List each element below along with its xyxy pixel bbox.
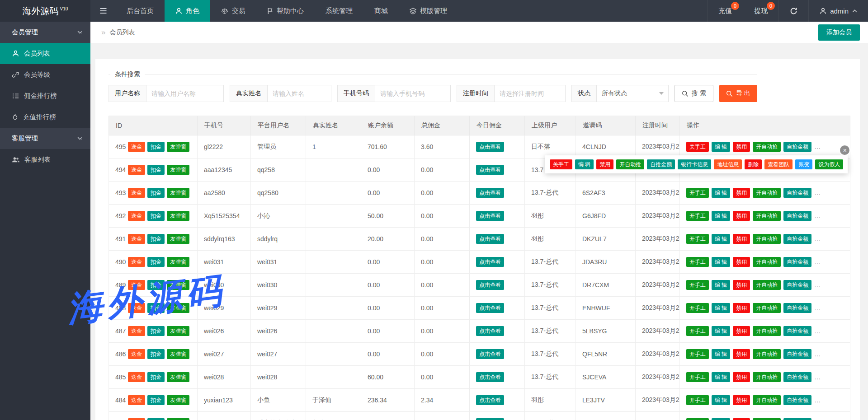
auto-grab-button[interactable]: 开自动抢 <box>753 280 781 290</box>
toggle-manual-button[interactable]: 开手工 <box>686 303 709 313</box>
withdraw-button[interactable]: 提现 0 <box>743 0 778 22</box>
toggle-manual-button[interactable]: 开手工 <box>686 234 709 244</box>
sidebar-item[interactable]: 会员列表 <box>0 43 90 64</box>
more-actions-button[interactable]: … <box>814 281 821 289</box>
give-money-button[interactable]: 送金 <box>128 326 145 336</box>
edit-button[interactable]: 编 辑 <box>712 234 730 244</box>
auto-grab-button[interactable]: 开自动抢 <box>753 303 781 313</box>
give-money-button[interactable]: 送金 <box>128 142 145 152</box>
status-select[interactable]: 所有状态 <box>596 85 669 102</box>
give-money-button[interactable]: 送金 <box>128 165 145 175</box>
popup-action-10[interactable]: 设为假人 <box>815 159 843 169</box>
edit-button[interactable]: 编 辑 <box>712 303 730 313</box>
send-popup-button[interactable]: 发弹窗 <box>167 188 189 198</box>
disable-button[interactable]: 禁用 <box>733 142 750 152</box>
edit-button[interactable]: 编 辑 <box>712 211 730 221</box>
field-input[interactable] <box>375 85 451 102</box>
grab-amount-button[interactable]: 自抢金额 <box>783 257 811 267</box>
top-nav-item-2[interactable]: 交易 <box>210 0 256 22</box>
disable-button[interactable]: 禁用 <box>733 326 750 336</box>
auto-grab-button[interactable]: 开自动抢 <box>753 418 781 420</box>
auto-grab-button[interactable]: 开自动抢 <box>753 349 781 359</box>
grab-amount-button[interactable]: 自抢金额 <box>783 326 811 336</box>
view-today-commission-button[interactable]: 点击查看 <box>476 395 504 405</box>
sidebar-item[interactable]: 充值排行榜 <box>0 107 90 128</box>
toggle-manual-button[interactable]: 开手工 <box>686 257 709 267</box>
give-money-button[interactable]: 送金 <box>128 418 145 420</box>
field-input[interactable] <box>267 85 331 102</box>
toggle-manual-button[interactable]: 关手工 <box>686 142 709 152</box>
edit-button[interactable]: 编 辑 <box>712 257 730 267</box>
give-money-button[interactable]: 送金 <box>128 188 145 198</box>
more-actions-button[interactable]: … <box>814 397 821 404</box>
disable-button[interactable]: 禁用 <box>733 395 750 405</box>
disable-button[interactable]: 禁用 <box>733 303 750 313</box>
toggle-manual-button[interactable]: 开手工 <box>686 349 709 359</box>
deduct-money-button[interactable]: 扣金 <box>147 349 165 359</box>
give-money-button[interactable]: 送金 <box>128 349 145 359</box>
sidebar-item[interactable]: 客服列表 <box>0 149 90 170</box>
deduct-money-button[interactable]: 扣金 <box>147 326 165 336</box>
add-member-button[interactable]: 添加会员 <box>818 24 860 41</box>
disable-button[interactable]: 禁用 <box>733 349 750 359</box>
toggle-manual-button[interactable]: 开手工 <box>686 211 709 221</box>
more-actions-button[interactable]: … <box>814 143 821 150</box>
edit-button[interactable]: 编 辑 <box>712 395 730 405</box>
disable-button[interactable]: 禁用 <box>733 418 750 420</box>
top-nav-item-4[interactable]: 系统管理 <box>315 0 363 22</box>
deduct-money-button[interactable]: 扣金 <box>147 142 165 152</box>
user-menu[interactable]: admin <box>808 0 868 22</box>
toggle-manual-button[interactable]: 开手工 <box>686 372 709 382</box>
popup-action-0[interactable]: 关手工 <box>550 159 572 169</box>
field-input[interactable] <box>146 85 224 102</box>
view-today-commission-button[interactable]: 点击查看 <box>476 303 504 313</box>
auto-grab-button[interactable]: 开自动抢 <box>753 211 781 221</box>
send-popup-button[interactable]: 发弹窗 <box>167 303 189 313</box>
disable-button[interactable]: 禁用 <box>733 257 750 267</box>
top-nav-item-1[interactable]: 角色 <box>165 0 210 22</box>
more-actions-button[interactable]: … <box>814 327 821 335</box>
grab-amount-button[interactable]: 自抢金额 <box>783 418 811 420</box>
search-button[interactable]: 搜 索 <box>675 85 713 102</box>
menu-toggle-icon[interactable] <box>90 0 116 22</box>
grab-amount-button[interactable]: 自抢金额 <box>783 280 811 290</box>
give-money-button[interactable]: 送金 <box>128 303 145 313</box>
send-popup-button[interactable]: 发弹窗 <box>167 211 189 221</box>
refresh-button[interactable] <box>778 0 808 22</box>
disable-button[interactable]: 禁用 <box>733 188 750 198</box>
sidebar-item[interactable]: 佣金排行榜 <box>0 85 90 107</box>
send-popup-button[interactable]: 发弹窗 <box>167 234 189 244</box>
auto-grab-button[interactable]: 开自动抢 <box>753 142 781 152</box>
edit-button[interactable]: 编 辑 <box>712 142 730 152</box>
toggle-manual-button[interactable]: 开手工 <box>686 280 709 290</box>
more-actions-button[interactable]: … <box>814 212 821 219</box>
send-popup-button[interactable]: 发弹窗 <box>167 418 189 420</box>
deduct-money-button[interactable]: 扣金 <box>147 188 165 198</box>
disable-button[interactable]: 禁用 <box>733 234 750 244</box>
view-today-commission-button[interactable]: 点击查看 <box>476 418 504 420</box>
give-money-button[interactable]: 送金 <box>128 372 145 382</box>
more-actions-button[interactable]: … <box>814 304 821 312</box>
more-actions-button[interactable]: … <box>814 373 821 381</box>
deduct-money-button[interactable]: 扣金 <box>147 418 165 420</box>
popup-action-7[interactable]: 删除 <box>745 159 762 169</box>
auto-grab-button[interactable]: 开自动抢 <box>753 234 781 244</box>
more-actions-button[interactable]: … <box>814 189 821 196</box>
export-button[interactable]: 导 出 <box>719 85 757 102</box>
grab-amount-button[interactable]: 自抢金额 <box>783 142 811 152</box>
deduct-money-button[interactable]: 扣金 <box>147 211 165 221</box>
send-popup-button[interactable]: 发弹窗 <box>167 372 189 382</box>
popup-action-8[interactable]: 查看团队 <box>764 159 793 169</box>
field-input[interactable] <box>494 85 566 102</box>
grab-amount-button[interactable]: 自抢金额 <box>783 349 811 359</box>
send-popup-button[interactable]: 发弹窗 <box>167 257 189 267</box>
send-popup-button[interactable]: 发弹窗 <box>167 395 189 405</box>
view-today-commission-button[interactable]: 点击查看 <box>476 280 504 290</box>
recharge-button[interactable]: 充值 0 <box>707 0 743 22</box>
auto-grab-button[interactable]: 开自动抢 <box>753 257 781 267</box>
edit-button[interactable]: 编 辑 <box>712 418 730 420</box>
edit-button[interactable]: 编 辑 <box>712 188 730 198</box>
toggle-manual-button[interactable]: 开手工 <box>686 395 709 405</box>
edit-button[interactable]: 编 辑 <box>712 280 730 290</box>
view-today-commission-button[interactable]: 点击查看 <box>476 234 504 244</box>
